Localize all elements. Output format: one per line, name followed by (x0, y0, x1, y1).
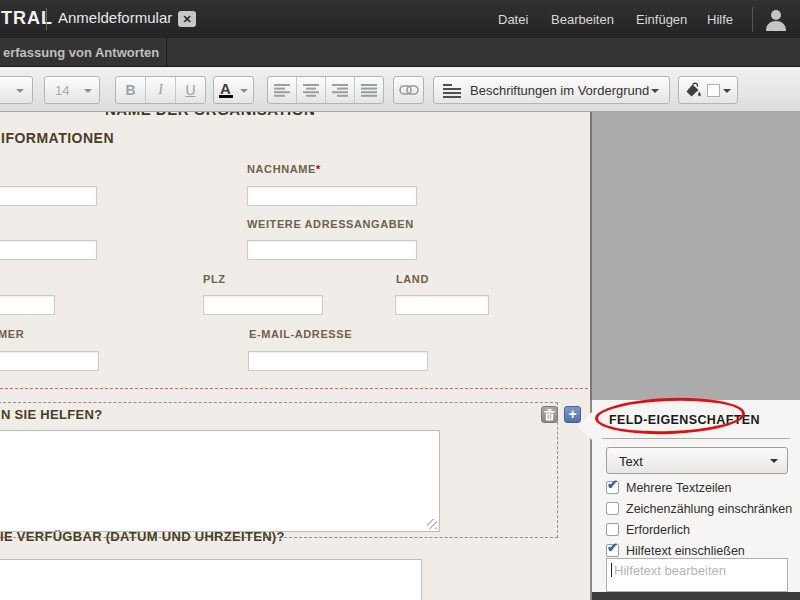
weitere-adressangaben-input[interactable] (247, 240, 417, 260)
check-icon: ✔ (607, 477, 618, 492)
labels-foreground-dropdown[interactable]: Beschriftungen im Vordergrund (433, 76, 670, 104)
panel-callout-tail (577, 412, 592, 440)
menu-einfuegen[interactable]: Einfügen (636, 12, 687, 27)
panel-bottom-bar (592, 592, 800, 600)
align-justify-button[interactable] (354, 77, 383, 103)
nachname-input[interactable] (247, 186, 417, 206)
resize-handle-icon[interactable] (427, 519, 437, 529)
field-properties-panel: FELD-EIGENSCHAFTEN Text ✔ Mehrere Textze… (590, 400, 800, 600)
checkbox-label: Mehrere Textzeilen (626, 481, 731, 495)
required-asterisk: * (316, 163, 321, 175)
page-break-dashed-line (0, 388, 588, 389)
align-right-button[interactable] (325, 77, 354, 103)
helfen-textarea[interactable] (0, 430, 440, 532)
app-window: TRAL Anmeldeformular ✕ Datei Bearbeiten … (0, 0, 800, 600)
font-size-dropdown[interactable]: 14 (44, 76, 100, 104)
chevron-down-icon (240, 89, 248, 93)
verfuegbar-textarea[interactable] (0, 559, 422, 600)
chevron-down-icon (84, 89, 92, 93)
label-lines-icon (443, 84, 461, 98)
email-label: E-MAIL-ADRESSE (249, 328, 352, 340)
plus-icon: + (568, 407, 576, 422)
paint-bucket-icon (684, 82, 703, 99)
adresse-input-cut[interactable] (0, 240, 97, 260)
checkbox-box[interactable] (606, 523, 619, 536)
align-left-button[interactable] (268, 77, 296, 103)
chevron-down-icon (770, 459, 778, 463)
vorname-input-cut[interactable] (0, 186, 97, 206)
telefonnummer-label-partial: MER (0, 328, 24, 340)
link-icon (399, 85, 419, 95)
close-icon[interactable]: ✕ (178, 11, 196, 27)
plz-label: PLZ (203, 273, 226, 285)
field-type-dropdown[interactable]: Text (606, 447, 788, 474)
chevron-down-icon (16, 89, 24, 93)
hyperlink-button[interactable] (393, 76, 424, 104)
chevron-down-icon (651, 89, 659, 93)
tab-erfassung-von-antworten[interactable]: erfassung von Antworten (3, 45, 159, 60)
nachname-label: NACHNAME* (247, 163, 321, 175)
helfen-question-label-partial: N SIE HELFEN? (1, 407, 102, 422)
plz-input[interactable] (203, 295, 323, 315)
weitere-adressangaben-label: WEITERE ADRESSANGABEN (247, 218, 414, 230)
email-input[interactable] (248, 351, 428, 371)
section-heading-partial: IFORMATIONEN (1, 130, 114, 146)
user-separator (752, 7, 753, 32)
form-canvas: NAME DER ORGANISATION IFORMATIONEN NACHN… (0, 112, 590, 600)
menu-hilfe[interactable]: Hilfe (707, 12, 733, 27)
alignment-group (267, 76, 384, 104)
formatting-toolbar: 14 B I U A (0, 67, 800, 112)
chevron-down-icon (723, 89, 731, 93)
right-gray-area (590, 112, 800, 400)
italic-button[interactable]: I (145, 77, 175, 103)
text-color-swatch (219, 95, 233, 98)
fill-color-button[interactable] (678, 76, 738, 104)
checkbox-label: Zeichenzählung einschränken (626, 502, 792, 516)
font-size-value: 14 (55, 83, 69, 98)
bold-button[interactable]: B (116, 77, 145, 103)
checkbox-box[interactable] (606, 502, 619, 515)
text-cursor (611, 563, 612, 577)
bold-italic-underline-group: B I U (115, 76, 206, 104)
panel-title: FELD-EIGENSCHAFTEN (609, 413, 760, 427)
titlebar: TRAL Anmeldeformular ✕ Datei Bearbeiten … (0, 0, 800, 38)
document-tab[interactable]: Anmeldeformular (58, 9, 172, 26)
telefonnummer-input-cut[interactable] (0, 351, 99, 371)
ort-input-cut[interactable] (0, 295, 55, 315)
underline-button[interactable]: U (175, 77, 205, 103)
tab-separator (166, 38, 167, 66)
delete-field-button[interactable] (541, 406, 558, 423)
helptext-input[interactable]: Hilfetext bearbeiten (606, 558, 788, 592)
field-type-value: Text (619, 454, 643, 469)
check-icon: ✔ (607, 540, 618, 555)
checkbox-label: Hilfetext einschließen (626, 544, 745, 558)
checkbox-label: Erforderlich (626, 523, 690, 537)
menu-bearbeiten[interactable]: Bearbeiten (551, 12, 614, 27)
fill-color-swatch (707, 84, 720, 97)
user-account-icon[interactable] (764, 8, 788, 31)
land-input[interactable] (395, 295, 489, 315)
labels-dropdown-value: Beschriftungen im Vordergrund (470, 83, 649, 98)
logo-separator (46, 8, 47, 30)
font-family-dropdown[interactable] (0, 76, 33, 104)
trash-icon (544, 409, 555, 421)
menu-datei[interactable]: Datei (498, 12, 528, 27)
land-label: LAND (396, 273, 429, 285)
view-tabbar: erfassung von Antworten (0, 38, 800, 67)
panel-divider (602, 438, 790, 439)
helptext-placeholder: Hilfetext bearbeiten (614, 563, 726, 578)
text-color-button[interactable]: A (213, 76, 254, 104)
form-title-clipped: NAME DER ORGANISATION (105, 112, 325, 118)
align-center-button[interactable] (296, 77, 325, 103)
verfuegbar-question-label-partial: IE VERFÜGBAR (DATUM UND UHRZEITEN)? (0, 529, 285, 544)
